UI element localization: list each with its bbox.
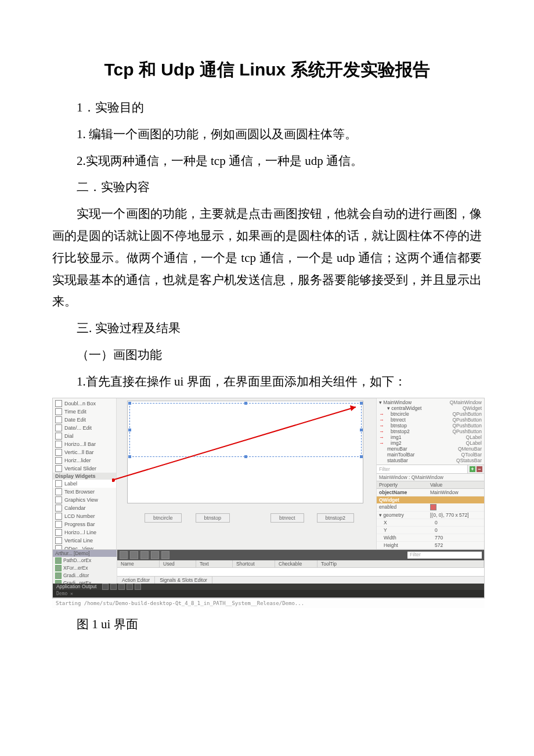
lcd-icon bbox=[55, 513, 62, 520]
textbrowser-icon bbox=[55, 488, 62, 495]
hscroll-icon bbox=[55, 441, 62, 448]
btn-stop[interactable]: btnstop bbox=[196, 513, 230, 523]
doc-title: Tcp 和 Udp 通信 Linux 系统开发实验报告 bbox=[52, 58, 482, 82]
figure-caption: 图 1 ui 界面 bbox=[52, 614, 482, 636]
clock-icon bbox=[55, 408, 62, 415]
datetime-icon bbox=[55, 424, 62, 431]
widget-palette: Doubl...n Box Time Edit Date Edit Date/.… bbox=[53, 398, 117, 549]
arrow-icon: → bbox=[379, 423, 387, 429]
file-icon bbox=[55, 565, 62, 571]
file-icon bbox=[55, 573, 62, 579]
prop-context: MainWindow : QMainWindow bbox=[377, 474, 484, 481]
btn-stop2[interactable]: btnstop2 bbox=[317, 513, 355, 523]
hline-icon bbox=[55, 529, 62, 536]
tab-signals-slots[interactable]: Signals & Slots Editor bbox=[155, 577, 212, 584]
hslider-icon bbox=[55, 457, 62, 464]
selected-label-widget[interactable] bbox=[129, 403, 362, 457]
vslider-icon bbox=[55, 465, 62, 472]
spinbox-icon bbox=[55, 400, 62, 407]
remove-icon[interactable]: − bbox=[477, 466, 482, 472]
purpose-item-1: 1. 编辑一个画图的功能，例如画圆以及画圆柱体等。 bbox=[52, 124, 482, 146]
tool-icon[interactable] bbox=[151, 551, 159, 559]
arrow-icon: → bbox=[379, 417, 387, 423]
content-paragraph: 实现一个画图的功能，主要就是点击画图按钮，他就会自动的进行画图，像画的是圆的话就… bbox=[52, 203, 482, 313]
output-bar: Application Output bbox=[53, 584, 484, 590]
btn-circle[interactable]: btncircle bbox=[145, 513, 182, 523]
add-icon[interactable]: + bbox=[470, 466, 475, 472]
arrow-icon: → bbox=[379, 434, 387, 440]
progress-icon bbox=[55, 521, 62, 528]
btn-rect[interactable]: btnrect bbox=[270, 513, 304, 523]
heading-purpose: 1．实验目的 bbox=[52, 97, 482, 119]
calendar-icon bbox=[55, 505, 62, 512]
property-editor[interactable]: PropertyValue objectNameMainWindow QWidg… bbox=[377, 481, 484, 549]
arrow-icon: → bbox=[379, 440, 387, 446]
action-filter-input[interactable]: Filter bbox=[407, 552, 482, 559]
tool-icon[interactable] bbox=[120, 551, 128, 559]
form-preview bbox=[127, 401, 363, 503]
tool-icon[interactable] bbox=[161, 551, 169, 559]
label-icon bbox=[55, 480, 62, 487]
action-editor: Filter Name Used Text Shortcut Checkable… bbox=[117, 550, 484, 584]
tab-action-editor[interactable]: Action Editor bbox=[117, 577, 155, 584]
designer-canvas[interactable]: btncircle btnstop btnrect btnstop2 bbox=[117, 398, 376, 549]
date-icon bbox=[55, 416, 62, 423]
console-path: Starting /home/stu/Demo-build-desktop-Qt… bbox=[52, 598, 485, 608]
step-1: 1.首先直接在操作 ui 界面，在界面里面添加相关组件，如下： bbox=[52, 371, 482, 393]
vline-icon bbox=[55, 537, 62, 544]
dial-icon bbox=[55, 433, 62, 440]
figure-ui-screenshot: Doubl...n Box Time Edit Date Edit Date/.… bbox=[52, 398, 485, 598]
heading-content: 二．实验内容 bbox=[52, 177, 482, 199]
tool-icon[interactable] bbox=[140, 551, 149, 559]
heading-process: 三. 实验过程及结果 bbox=[52, 318, 482, 340]
object-tree[interactable]: ▾ MainWindowQMainWindow ▾ centralWidgetQ… bbox=[377, 398, 484, 465]
project-items: Arthur... [Demo] PathD...orEx XFor...erE… bbox=[53, 550, 117, 584]
arrow-icon: → bbox=[379, 429, 387, 434]
arrow-icon: → bbox=[379, 411, 387, 417]
graphicsview-icon bbox=[55, 496, 62, 503]
tool-icon[interactable] bbox=[130, 551, 138, 559]
filter-input[interactable]: Filter bbox=[377, 465, 468, 473]
file-icon bbox=[55, 557, 62, 564]
object-inspector: ▾ MainWindowQMainWindow ▾ centralWidgetQ… bbox=[376, 398, 484, 549]
vscroll-icon bbox=[55, 449, 62, 456]
purpose-item-2: 2.实现两种通信，一种是 tcp 通信，一种是 udp 通信。 bbox=[52, 150, 482, 172]
output-console: Demo ✕ bbox=[53, 590, 484, 597]
subheading-draw: （一）画图功能 bbox=[52, 344, 482, 366]
